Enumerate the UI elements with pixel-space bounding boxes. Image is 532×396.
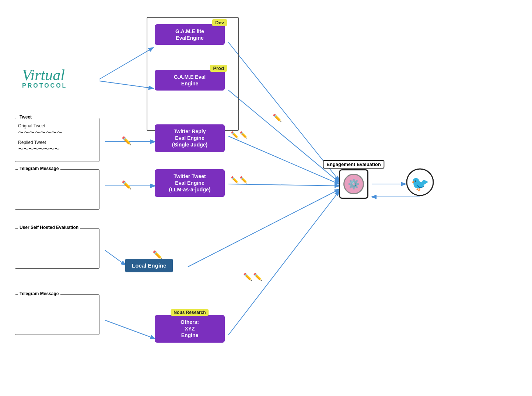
- game-eval-node: G.A.M.E EvalEngine Prod: [155, 70, 225, 91]
- svg-line-5: [105, 320, 155, 339]
- protocol-text: PROTOCOL: [22, 82, 67, 89]
- replied-tweet-label: Replied Tweet: [18, 140, 96, 145]
- game-lite-label: G.A.M.E liteEvalEngine: [175, 28, 204, 41]
- svg-line-4: [105, 250, 125, 265]
- svg-line-0: [99, 48, 153, 79]
- tweet-box: Tweet Orignal Tweet 〜〜〜〜〜〜〜〜 Replied Twe…: [15, 118, 99, 162]
- twitter-reply-node: Twitter ReplyEval Engine(Single Judge): [155, 124, 225, 152]
- engagement-icon: ⚙️: [343, 174, 364, 194]
- game-eval-box: G.A.M.E EvalEngine: [155, 70, 225, 91]
- pencil-pair-nous: ✏️✏️: [243, 272, 262, 281]
- pencil-pair-reply: ✏️✏️: [231, 131, 248, 139]
- nous-badge: Nous Research: [171, 309, 209, 316]
- svg-line-9: [228, 184, 339, 186]
- telegram1-border-label: Telegram Message: [18, 166, 60, 171]
- dev-badge: Dev: [212, 19, 227, 26]
- svg-line-11: [228, 191, 339, 335]
- svg-text:🐦: 🐦: [411, 175, 429, 192]
- telegram-box-1: Telegram Message: [15, 169, 99, 210]
- pencil-tweet-reply: ✏️: [122, 136, 132, 146]
- nous-research-node: Others:XYZEngine Nous Research: [155, 315, 225, 343]
- svg-line-10: [188, 190, 339, 267]
- local-engine-label: Local Engine: [132, 262, 166, 269]
- twitter-tweet-node: Twitter TweetEval Engine(LLM-as-a-judge): [155, 169, 225, 197]
- user-self-border-label: User Self Hosted Evaluation: [18, 225, 80, 230]
- pencil-game-lite: ✏️: [273, 113, 282, 122]
- virtual-script-text: Virtual: [22, 66, 65, 84]
- original-tweet-squiggle: 〜〜〜〜〜〜〜〜: [18, 129, 96, 136]
- game-lite-node: G.A.M.E liteEvalEngine Dev: [155, 24, 225, 45]
- replied-tweet-squiggle: 〜〜〜〜〜〜〜〜: [18, 146, 96, 153]
- engagement-label: Engagement Evaluation: [323, 160, 384, 169]
- twitter-tweet-label: Twitter TweetEval Engine(LLM-as-a-judge): [169, 173, 211, 192]
- original-tweet-label: Orignal Tweet: [18, 123, 96, 128]
- nous-others-label: Others:XYZEngine: [181, 319, 199, 338]
- telegram-box-2: Telegram Message: [15, 294, 99, 335]
- prod-badge: Prod: [210, 65, 227, 72]
- svg-line-1: [99, 81, 153, 88]
- local-engine-box: Local Engine: [125, 259, 173, 272]
- telegram2-border-label: Telegram Message: [18, 291, 60, 296]
- game-eval-label: G.A.M.E EvalEngine: [174, 74, 206, 86]
- local-engine-node: Local Engine: [125, 259, 173, 272]
- game-lite-box: G.A.M.E liteEvalEngine: [155, 24, 225, 45]
- twitter-reply-label: Twitter ReplyEval Engine(Single Judge): [172, 128, 207, 148]
- pencil-telegram-tweet: ✏️: [122, 180, 132, 190]
- pencil-pair-tweet: ✏️✏️: [231, 176, 248, 184]
- tweet-border-label: Tweet: [18, 114, 33, 120]
- twitter-bird-icon: 🐦: [405, 167, 435, 198]
- svg-line-6: [228, 42, 339, 180]
- user-self-box: User Self Hosted Evaluation: [15, 228, 99, 269]
